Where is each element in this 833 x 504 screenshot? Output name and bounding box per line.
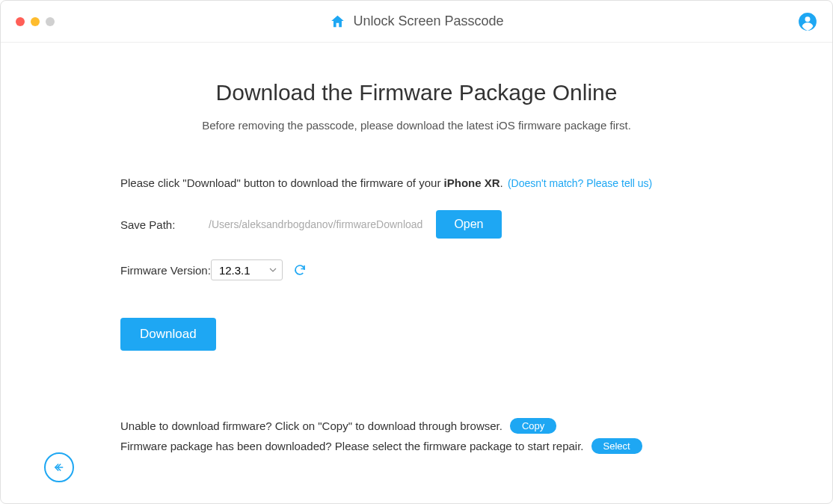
download-button[interactable]: Download [120, 318, 216, 351]
firmware-version-select[interactable]: 12.3.1 [211, 259, 283, 280]
minimize-window-button[interactable] [31, 17, 40, 26]
save-path-value: /Users/aleksandrbogdanov/firmwareDownloa… [209, 218, 422, 230]
back-button[interactable] [44, 452, 74, 482]
device-model: iPhone XR [444, 176, 500, 189]
arrow-left-icon [52, 461, 66, 474]
copy-hint-text: Unable to download firmware? Click on "C… [120, 420, 502, 432]
title-center: Unlock Screen Passcode [329, 13, 503, 30]
close-window-button[interactable] [16, 17, 25, 26]
sub-heading: Before removing the passcode, please dow… [120, 119, 713, 132]
bottom-section: Unable to download firmware? Click on "C… [120, 418, 713, 454]
copy-button[interactable]: Copy [510, 418, 556, 434]
instruction-prefix: Please click "Download" button to downlo… [120, 176, 444, 189]
instruction-suffix: . [500, 176, 503, 189]
mismatch-link[interactable]: (Doesn't match? Please tell us) [508, 177, 652, 189]
save-path-label: Save Path: [120, 218, 209, 231]
select-button[interactable]: Select [591, 438, 642, 454]
save-path-row: Save Path: /Users/aleksandrbogdanov/firm… [120, 210, 713, 239]
maximize-window-button[interactable] [46, 17, 55, 26]
account-icon[interactable] [798, 12, 817, 31]
titlebar: Unlock Screen Passcode [1, 1, 832, 43]
instruction-text: Please click "Download" button to downlo… [120, 176, 713, 189]
svg-point-1 [805, 16, 811, 22]
select-hint-text: Firmware package has been downloaded? Pl… [120, 440, 584, 452]
page-title: Unlock Screen Passcode [353, 13, 503, 29]
firmware-version-label: Firmware Version: [120, 264, 211, 277]
refresh-icon[interactable] [293, 263, 307, 277]
firmware-version-row: Firmware Version: 12.3.1 [120, 259, 713, 280]
copy-hint-row: Unable to download firmware? Click on "C… [120, 418, 713, 434]
main-heading: Download the Firmware Package Online [120, 80, 713, 105]
home-icon [329, 13, 345, 30]
main-content: Download the Firmware Package Online Bef… [1, 43, 832, 454]
select-hint-row: Firmware package has been downloaded? Pl… [120, 438, 713, 454]
window-controls [16, 17, 55, 26]
open-button[interactable]: Open [436, 210, 501, 239]
